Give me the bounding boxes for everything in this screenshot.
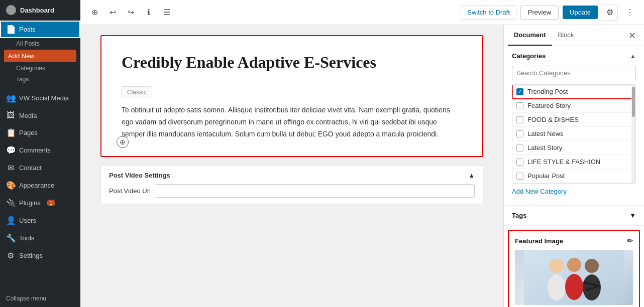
category-item-latest-news[interactable]: Latest News <box>512 127 635 141</box>
sidebar-item-appearance[interactable]: 🎨 Appearance <box>0 177 80 194</box>
preview-button[interactable]: Preview <box>520 5 559 20</box>
sidebar-sub-tags[interactable]: Tags <box>0 74 80 85</box>
category-item-featured[interactable]: Featured Story <box>512 99 635 113</box>
category-label-trending: Trending Post <box>527 88 568 95</box>
categories-section-content: ✓ Trending Post Featured Story <box>504 66 644 205</box>
plugins-icon: 🔌 <box>6 198 15 208</box>
tools-menu-button[interactable]: ☰ <box>159 5 175 21</box>
sidebar-item-posts[interactable]: 📄 Posts <box>0 21 80 38</box>
tools-icon: 🔧 <box>6 233 15 243</box>
sidebar-item-contact[interactable]: ✉ Contact <box>0 159 80 177</box>
sidebar-sub-add-new[interactable]: Add New <box>4 50 76 62</box>
sidebar-item-pages[interactable]: 📋 Pages <box>0 124 80 141</box>
info-button[interactable]: ℹ <box>141 5 157 21</box>
category-checkbox-latest-news[interactable] <box>516 130 523 137</box>
svg-point-6 <box>585 259 599 273</box>
category-checkbox-latest-story[interactable] <box>516 144 523 151</box>
media-icon: 🖼 <box>6 111 15 120</box>
dashboard-logo[interactable]: Dashboard <box>0 0 80 21</box>
users-icon: 👤 <box>6 216 15 225</box>
post-video-url-input[interactable] <box>155 184 475 198</box>
post-video-url-row: Post Video Url <box>109 184 475 198</box>
category-label-latest-story: Latest Story <box>527 144 562 151</box>
sidebar-item-settings[interactable]: ⚙ Settings <box>0 247 80 264</box>
editor-pane: Credibly Enable Adaptive E-Services Clas… <box>80 25 503 307</box>
featured-image-section: Featured Image ✏ <box>508 230 640 307</box>
featured-image-edit-icon[interactable]: ✏ <box>627 237 633 245</box>
sidebar-item-plugins[interactable]: 🔌 Plugins 1 <box>0 194 80 212</box>
sidebar-label-settings: Settings <box>19 252 43 259</box>
search-categories-input[interactable] <box>512 66 636 80</box>
sidebar-label-vw: VW Social Media <box>19 94 69 102</box>
post-body-text[interactable]: Te obtinuit ut adepto satis somno. Aliis… <box>122 104 462 140</box>
sidebar-label-users: Users <box>19 217 36 224</box>
panel-tabs: Document Block ✕ <box>504 25 644 46</box>
category-checkbox-trending[interactable]: ✓ <box>516 88 523 95</box>
undo-button[interactable]: ↩ <box>104 5 121 21</box>
redo-button[interactable]: ↪ <box>123 5 139 21</box>
post-video-url-label: Post Video Url <box>109 187 151 195</box>
scrollbar-thumb <box>632 87 635 117</box>
more-options-button[interactable]: ⋮ <box>622 5 638 21</box>
collapse-menu[interactable]: Collapse menu <box>0 290 80 307</box>
category-checkbox-popular[interactable] <box>516 173 523 180</box>
redo-icon: ↪ <box>128 8 134 17</box>
categories-title: Categories <box>512 52 546 60</box>
vw-social-icon: 👥 <box>6 93 15 103</box>
pages-icon: 📋 <box>6 128 15 137</box>
tab-block[interactable]: Block <box>552 25 580 46</box>
post-video-header[interactable]: Post Video Settings ▲ <box>109 172 475 179</box>
category-checkbox-featured[interactable] <box>516 102 523 109</box>
info-icon: ℹ <box>147 8 150 17</box>
sidebar-item-vw-social[interactable]: 👥 VW Social Media <box>0 89 80 107</box>
add-block-inline-icon: ⊕ <box>120 138 126 146</box>
tab-document[interactable]: Document <box>508 25 552 46</box>
category-item-lifestyle[interactable]: LIFE STYLE & FASHION <box>512 155 635 169</box>
tags-title: Tags <box>512 212 526 219</box>
dots-icon: ⋮ <box>626 8 634 17</box>
category-checkbox-lifestyle[interactable] <box>516 159 523 166</box>
editor-toolbar: ⊕ ↩ ↪ ℹ ☰ Switch to Draft Preview Update <box>80 0 644 25</box>
featured-image-preview[interactable] <box>515 250 633 305</box>
settings-gear-button[interactable]: ⚙ <box>602 5 618 21</box>
sidebar-item-users[interactable]: 👤 Users <box>0 212 80 229</box>
sidebar-label-plugins: Plugins <box>19 199 41 207</box>
main-area: ⊕ ↩ ↪ ℹ ☰ Switch to Draft Preview Update <box>80 0 644 307</box>
panel-close-button[interactable]: ✕ <box>624 26 640 45</box>
category-item-popular[interactable]: Popular Post <box>512 169 635 183</box>
category-label-latest-news: Latest News <box>527 130 564 137</box>
sidebar-item-comments[interactable]: 💬 Comments <box>0 141 80 159</box>
tags-chevron: ▼ <box>629 212 636 219</box>
post-title[interactable]: Credibly Enable Adaptive E-Services <box>122 52 462 72</box>
gear-icon: ⚙ <box>606 8 613 17</box>
svg-point-3 <box>548 274 566 300</box>
sidebar-sub-all-posts[interactable]: All Posts <box>0 38 80 49</box>
content-area: Credibly Enable Adaptive E-Services Clas… <box>80 25 644 307</box>
category-item-latest-story[interactable]: Latest Story <box>512 141 635 155</box>
add-new-category-link[interactable]: Add New Category <box>512 184 636 199</box>
switch-to-draft-button[interactable]: Switch to Draft <box>461 5 516 20</box>
post-editor-block: Credibly Enable Adaptive E-Services Clas… <box>100 35 483 157</box>
category-item-food[interactable]: FOOD & DISHES <box>512 113 635 127</box>
sidebar-item-tools[interactable]: 🔧 Tools <box>0 229 80 247</box>
category-scrollbar[interactable] <box>631 85 635 183</box>
plugins-badge: 1 <box>47 200 56 206</box>
category-checkbox-food[interactable] <box>516 116 523 123</box>
post-video-section: Post Video Settings ▲ Post Video Url <box>100 165 483 204</box>
svg-point-2 <box>550 259 564 273</box>
add-block-inline-button[interactable]: ⊕ <box>117 136 129 148</box>
sidebar-label-appearance: Appearance <box>19 182 54 189</box>
tags-section-header[interactable]: Tags ▼ <box>504 206 644 226</box>
sidebar-sub-categories[interactable]: Categories <box>0 63 80 74</box>
contact-icon: ✉ <box>6 163 15 173</box>
sidebar-item-media[interactable]: 🖼 Media <box>0 107 80 124</box>
category-item-trending[interactable]: ✓ Trending Post <box>512 85 635 99</box>
categories-section-header[interactable]: Categories ▲ <box>504 46 644 66</box>
comments-icon: 💬 <box>6 145 15 155</box>
categories-section: Categories ▲ ✓ Trending Post <box>504 46 644 206</box>
add-block-toolbar-button[interactable]: ⊕ <box>86 5 102 21</box>
settings-icon: ⚙ <box>6 251 15 260</box>
undo-icon: ↩ <box>110 8 116 17</box>
update-button[interactable]: Update <box>563 6 598 19</box>
category-label-lifestyle: LIFE STYLE & FASHION <box>527 158 600 166</box>
